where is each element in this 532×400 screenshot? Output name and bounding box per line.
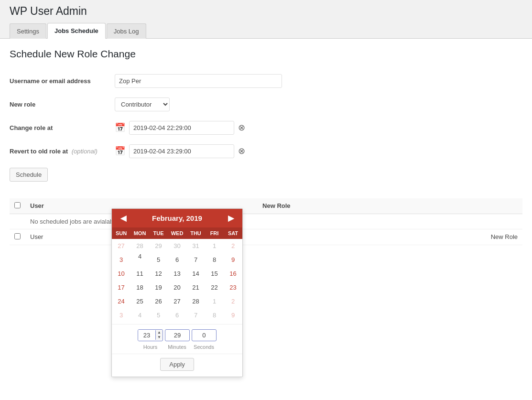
cal-cell-w3d6[interactable]: 16 [224, 267, 242, 281]
cal-cell-w1d6[interactable]: 2 [224, 239, 242, 253]
jobs-table-header-row: User New Role [10, 198, 522, 214]
cal-cell-w5d3[interactable]: 27 [168, 294, 186, 308]
cal-cell-w3d4[interactable]: 14 [186, 267, 205, 281]
hours-up-btn[interactable]: ▲ [156, 330, 163, 335]
username-input[interactable] [115, 74, 282, 88]
hours-label: Hours [138, 344, 163, 350]
cal-cell-w2d4[interactable]: 7 [186, 253, 205, 267]
cal-cell-w6d3[interactable]: 6 [168, 308, 186, 322]
revert-role-clear-btn[interactable]: ⊗ [238, 147, 245, 155]
jobs-table-body: No scheduled jobs are avialable. User Ne… [10, 214, 522, 245]
schedule-button[interactable]: Schedule [10, 168, 48, 182]
cal-cell-w2d5[interactable]: 8 [205, 253, 224, 267]
cal-cell-w3d3[interactable]: 13 [168, 267, 186, 281]
select-all-checkbox[interactable] [14, 202, 21, 208]
change-role-clear-btn[interactable]: ⊗ [238, 123, 245, 132]
hours-spinbox[interactable]: ▲ ▼ [138, 329, 163, 341]
username-row: Username or email address [10, 69, 522, 93]
cal-cell-w3d2[interactable]: 12 [149, 267, 168, 281]
cal-cell-w5d1[interactable]: 25 [130, 294, 149, 308]
cal-cell-w4d3[interactable]: 20 [168, 281, 186, 294]
cal-cell-w6d4[interactable]: 7 [186, 308, 205, 322]
cal-cell-w6d5[interactable]: 8 [205, 308, 224, 322]
main-content: Schedule New Role Change Username or ema… [0, 39, 532, 400]
cal-cell-w3d0[interactable]: 10 [112, 267, 130, 281]
section-title: Schedule New Role Change [10, 48, 522, 60]
hours-down-btn[interactable]: ▼ [156, 335, 163, 340]
cal-cell-w2d2[interactable]: 5 [149, 253, 168, 267]
cal-cell-w2d6[interactable]: 9 [224, 253, 242, 267]
seconds-label: Seconds [192, 344, 217, 350]
minutes-input[interactable] [165, 329, 190, 341]
tabs-bar: Settings Jobs Schedule Jobs Log [0, 22, 532, 39]
cal-cell-w4d4[interactable]: 21 [186, 281, 205, 294]
change-role-label: Change role at [10, 116, 115, 140]
calendar-time-labels: Hours Minutes Seconds [112, 343, 242, 354]
jobs-table: User New Role No scheduled jobs are avia… [10, 198, 522, 245]
tab-settings[interactable]: Settings [10, 23, 46, 39]
cal-cell-w5d0[interactable]: 24 [112, 294, 130, 308]
day-sat: SAT [224, 227, 242, 239]
optional-label: (optional) [72, 148, 98, 155]
row2-checkbox[interactable] [14, 233, 21, 239]
revert-role-calendar-icon[interactable]: 📅 [115, 146, 125, 156]
cal-cell-w1d2[interactable]: 29 [149, 239, 168, 253]
calendar-prev-btn[interactable]: ◀ [119, 214, 128, 223]
revert-role-cell: 📅 ⊗ [115, 140, 522, 163]
new-role-cell: Contributor Administrator Editor Author … [115, 93, 522, 116]
cal-cell-w5d6[interactable]: 2 [224, 294, 242, 308]
revert-role-label: Revert to old role at (optional) [10, 140, 115, 163]
username-label: Username or email address [10, 69, 115, 93]
cal-cell-w3d5[interactable]: 15 [205, 267, 224, 281]
calendar-apply-row: Apply [112, 354, 242, 377]
cal-cell-w4d2[interactable]: 19 [149, 281, 168, 294]
cal-cell-w6d6[interactable]: 9 [224, 308, 242, 322]
cal-cell-w4d6[interactable]: 23 [224, 281, 242, 294]
new-role-label: New role [10, 93, 115, 116]
revert-label-text: Revert to old role at [10, 148, 68, 155]
minutes-label: Minutes [165, 344, 190, 350]
cal-cell-w1d1[interactable]: 28 [130, 239, 149, 253]
change-role-input[interactable] [129, 121, 234, 135]
cal-cell-w5d5[interactable]: 1 [205, 294, 224, 308]
day-mon: MON [130, 227, 149, 239]
cal-cell-w1d0[interactable]: 27 [112, 239, 130, 253]
day-wed: WED [168, 227, 186, 239]
cal-cell-w2d0[interactable]: 3 [112, 253, 130, 267]
change-role-row: Change role at 📅 ⊗ [10, 116, 522, 140]
cal-cell-w6d2[interactable]: 5 [149, 308, 168, 322]
cal-cell-w5d4[interactable]: 28 [186, 294, 205, 308]
app-title: WP User Admin [0, 0, 532, 19]
cal-cell-w5d2[interactable]: 26 [149, 294, 168, 308]
cal-cell-w2d3[interactable]: 6 [168, 253, 186, 267]
cal-cell-w3d1[interactable]: 11 [130, 267, 149, 281]
no-jobs-checkbox-cell [10, 214, 25, 229]
form-table: Username or email address New role Contr… [10, 69, 522, 163]
change-role-calendar-icon[interactable]: 📅 [115, 122, 125, 133]
new-role-select[interactable]: Contributor Administrator Editor Author … [115, 97, 170, 111]
tab-jobs-schedule[interactable]: Jobs Schedule [47, 23, 106, 39]
jobs-table-head: User New Role [10, 198, 522, 214]
cal-cell-w1d3[interactable]: 30 [168, 239, 186, 253]
cal-cell-w2d1[interactable]: 4 [130, 253, 149, 267]
cal-cell-w4d1[interactable]: 18 [130, 281, 149, 294]
tab-jobs-log[interactable]: Jobs Log [107, 23, 146, 39]
cal-cell-w4d5[interactable]: 22 [205, 281, 224, 294]
calendar-time-row: ▲ ▼ [112, 324, 242, 343]
cal-cell-w4d0[interactable]: 17 [112, 281, 130, 294]
day-sun: SUN [112, 227, 130, 239]
change-role-cell: 📅 ⊗ [115, 116, 522, 140]
cal-cell-w1d4[interactable]: 31 [186, 239, 205, 253]
cal-today-cell[interactable]: 4 [138, 253, 141, 260]
revert-role-input[interactable] [129, 144, 234, 158]
no-jobs-row: No scheduled jobs are avialable. [10, 214, 522, 229]
revert-role-row: Revert to old role at (optional) 📅 ⊗ [10, 140, 522, 163]
cal-cell-w1d5[interactable]: 1 [205, 239, 224, 253]
cal-cell-w6d1[interactable]: 4 [130, 308, 149, 322]
apply-button[interactable]: Apply [160, 358, 194, 371]
day-thu: THU [186, 227, 205, 239]
cal-cell-w6d0[interactable]: 3 [112, 308, 130, 322]
hours-input[interactable] [138, 330, 155, 341]
seconds-input[interactable] [192, 329, 217, 341]
calendar-next-btn[interactable]: ▶ [226, 214, 236, 223]
